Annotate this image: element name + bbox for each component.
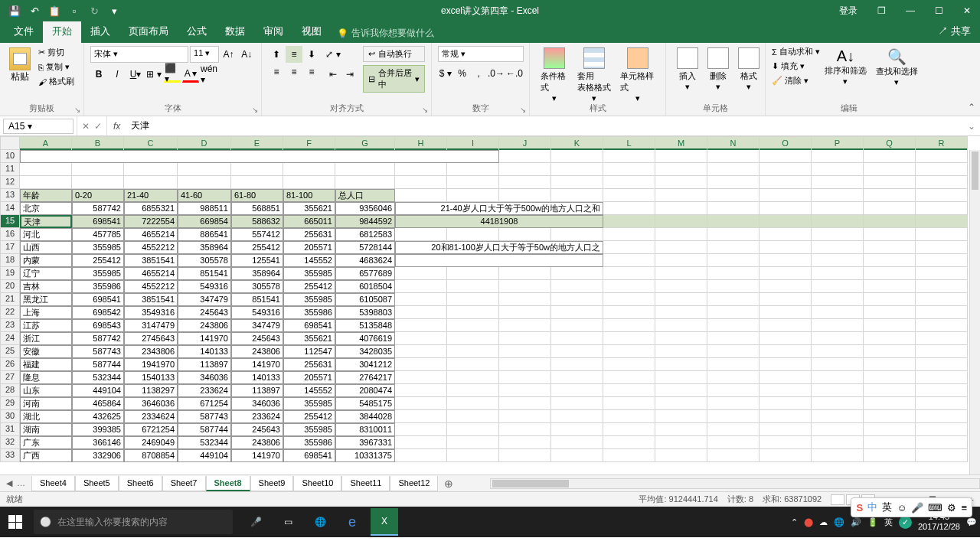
row-header[interactable]: 13 xyxy=(0,189,20,202)
cell[interactable] xyxy=(603,228,655,241)
cell[interactable] xyxy=(916,215,968,228)
cell[interactable]: 3851541 xyxy=(124,254,178,267)
cell[interactable] xyxy=(551,384,603,397)
cell[interactable] xyxy=(603,267,655,280)
cell[interactable] xyxy=(447,189,499,202)
cell[interactable]: 山东 xyxy=(20,384,72,397)
cell[interactable]: 886541 xyxy=(178,228,231,241)
confirm-formula-icon[interactable]: ✓ xyxy=(94,121,102,132)
cell[interactable] xyxy=(603,176,655,189)
cell[interactable] xyxy=(760,228,812,241)
cell[interactable] xyxy=(603,371,655,384)
cell[interactable] xyxy=(499,228,551,241)
cell[interactable] xyxy=(707,241,760,254)
orientation-icon[interactable]: ⤢ ▾ xyxy=(325,46,341,63)
notification-icon[interactable]: 💬 xyxy=(966,517,977,527)
cell[interactable]: 2343806 xyxy=(124,345,178,358)
cell[interactable] xyxy=(812,189,864,202)
column-header-H[interactable]: H xyxy=(395,136,447,150)
cell[interactable] xyxy=(864,241,916,254)
cell[interactable] xyxy=(707,410,760,423)
sheet-tab-sheet12[interactable]: Sheet12 xyxy=(390,476,438,491)
cell[interactable] xyxy=(551,150,603,163)
cell[interactable] xyxy=(760,358,812,371)
cell[interactable] xyxy=(655,449,707,462)
cell[interactable] xyxy=(760,150,812,163)
underline-button[interactable]: U ▾ xyxy=(127,66,144,83)
cell[interactable] xyxy=(499,371,551,384)
align-left-icon[interactable]: ≡ xyxy=(268,64,285,80)
cell[interactable] xyxy=(655,150,707,163)
horizontal-scrollbar[interactable] xyxy=(490,478,980,489)
cell[interactable] xyxy=(603,410,655,423)
cell[interactable] xyxy=(864,436,916,449)
cell[interactable]: 2764217 xyxy=(335,371,395,384)
cell[interactable] xyxy=(20,150,499,163)
copy-button[interactable]: ⎘ 复制 ▾ xyxy=(37,60,76,73)
cell[interactable] xyxy=(812,410,864,423)
cell[interactable]: 449104 xyxy=(72,384,124,397)
cell[interactable] xyxy=(551,306,603,319)
cell[interactable]: 145552 xyxy=(283,384,335,397)
cell[interactable] xyxy=(655,241,707,254)
column-header-P[interactable]: P xyxy=(812,136,864,150)
cell[interactable]: 457785 xyxy=(72,228,124,241)
fill-button[interactable]: ⬇ 填充 ▾ xyxy=(772,60,820,72)
cell[interactable] xyxy=(864,254,916,267)
cell[interactable] xyxy=(395,280,447,293)
cell[interactable] xyxy=(655,397,707,410)
sheet-tab-sheet10[interactable]: Sheet10 xyxy=(293,476,341,491)
cell[interactable] xyxy=(916,423,968,436)
cell[interactable] xyxy=(447,371,499,384)
cell[interactable] xyxy=(812,254,864,267)
cut-button[interactable]: ✂ 剪切 xyxy=(37,46,76,59)
row-header[interactable]: 25 xyxy=(0,345,20,358)
tray-cloud-icon[interactable]: ☁ xyxy=(819,517,828,527)
cell[interactable]: 532344 xyxy=(178,436,231,449)
cell[interactable] xyxy=(655,371,707,384)
cell[interactable]: 3428035 xyxy=(335,345,395,358)
paste-button[interactable]: 粘贴 xyxy=(6,46,34,88)
cell[interactable] xyxy=(551,267,603,280)
cell[interactable]: 347479 xyxy=(231,319,283,332)
cell[interactable]: 255412 xyxy=(72,254,124,267)
qat-customize-icon[interactable]: ▾ xyxy=(107,4,121,18)
cell[interactable] xyxy=(551,449,603,462)
cell[interactable]: 141970 xyxy=(231,358,283,371)
cell[interactable] xyxy=(760,280,812,293)
column-header-J[interactable]: J xyxy=(499,136,551,150)
cell[interactable]: 隆息 xyxy=(20,371,72,384)
ime-mic-icon[interactable]: 🎤 xyxy=(911,502,923,514)
collapse-ribbon-icon[interactable]: ⌃ xyxy=(968,102,975,112)
cell[interactable]: 天津 xyxy=(20,215,72,228)
cell[interactable] xyxy=(707,332,760,345)
column-header-K[interactable]: K xyxy=(551,136,603,150)
row-header[interactable]: 10 xyxy=(0,150,20,163)
tray-volume-icon[interactable]: 🔊 xyxy=(851,517,861,527)
cell[interactable] xyxy=(447,176,499,189)
cell[interactable] xyxy=(707,345,760,358)
cell[interactable]: 355985 xyxy=(283,293,335,306)
cell[interactable]: 6812583 xyxy=(335,228,395,241)
cell[interactable] xyxy=(499,150,551,163)
cell[interactable] xyxy=(655,306,707,319)
decrease-indent-icon[interactable]: ⇤ xyxy=(325,66,341,83)
insert-cells-button[interactable]: 插入▾ xyxy=(672,46,703,93)
tray-up-icon[interactable]: ⌃ xyxy=(791,517,798,527)
autosum-button[interactable]: Σ 自动求和 ▾ xyxy=(772,46,820,57)
cell[interactable] xyxy=(812,280,864,293)
cell[interactable] xyxy=(603,319,655,332)
cell[interactable] xyxy=(812,163,864,176)
cell[interactable] xyxy=(603,215,655,228)
cell[interactable] xyxy=(707,150,760,163)
cell[interactable] xyxy=(655,215,707,228)
cell[interactable]: 587744 xyxy=(72,358,124,371)
cell[interactable]: 6721254 xyxy=(124,423,178,436)
cell[interactable] xyxy=(707,189,760,202)
cell[interactable]: 广东 xyxy=(20,436,72,449)
cell[interactable] xyxy=(603,436,655,449)
cell[interactable] xyxy=(603,449,655,462)
cell[interactable] xyxy=(499,436,551,449)
cell[interactable]: 698541 xyxy=(283,319,335,332)
cell[interactable] xyxy=(916,150,968,163)
